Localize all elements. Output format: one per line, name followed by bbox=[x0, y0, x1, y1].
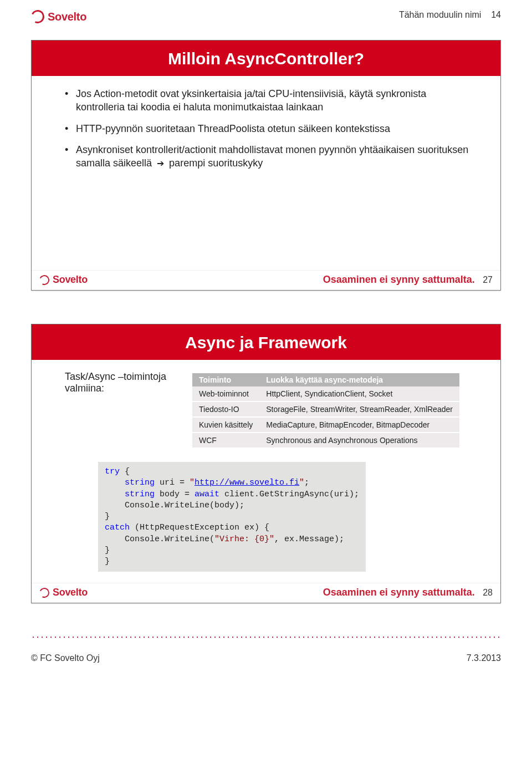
table-header: Toiminto bbox=[192, 373, 259, 387]
brand-name: Sovelto bbox=[53, 587, 88, 598]
table-cell: WCF bbox=[192, 433, 259, 448]
bullet-text-pre: Asynkroniset kontrollerit/actionit mahdo… bbox=[76, 144, 468, 169]
table-cell: MediaCapture, BitmapEncoder, BitmapDecod… bbox=[259, 417, 459, 433]
table-row: WCF Synchronous and Asynchronous Operati… bbox=[192, 433, 459, 448]
module-name-pagenum: Tähän moduulin nimi 14 bbox=[399, 10, 501, 23]
tagline: Osaaminen ei synny sattumalta. bbox=[323, 587, 475, 598]
brand-mark-icon bbox=[38, 273, 50, 286]
slide-1-title-bar: Milloin AsyncController? bbox=[32, 44, 500, 76]
slide-1-bullet: Asynkroniset kontrollerit/actionit mahdo… bbox=[65, 143, 474, 170]
code-kw: try bbox=[105, 467, 120, 476]
slide-1: Milloin AsyncController? Jos Action-meto… bbox=[31, 40, 501, 291]
brand-mark-icon bbox=[38, 586, 50, 599]
table-row: Kuvien käsittely MediaCapture, BitmapEnc… bbox=[192, 417, 459, 433]
module-name: Tähän moduulin nimi bbox=[399, 10, 482, 19]
footer-date: 7.3.2013 bbox=[467, 653, 501, 663]
brand-name: Sovelto bbox=[53, 274, 88, 286]
brand-logo: Sovelto bbox=[39, 587, 88, 598]
slide-1-bullet: Jos Action-metodit ovat yksinkertaisia j… bbox=[65, 87, 474, 114]
table-row: Tiedosto-IO StorageFile, StreamWriter, S… bbox=[192, 401, 459, 417]
code-text: { bbox=[120, 467, 130, 476]
code-kw: string bbox=[105, 478, 155, 487]
footer-separator bbox=[31, 637, 501, 638]
code-str: " bbox=[299, 478, 304, 487]
slide-1-title: Milloin AsyncController? bbox=[168, 49, 364, 68]
brand-name: Sovelto bbox=[48, 11, 86, 23]
code-text: client.GetStringAsync(uri); bbox=[219, 490, 359, 499]
slide-2-bullet: Task/Async –toimintoja valmiina: bbox=[65, 371, 181, 394]
copyright: © FC Sovelto Oyj bbox=[31, 653, 100, 663]
slide-2: Async ja Framework Task/Async –toimintoj… bbox=[31, 324, 501, 603]
table-row: Web-toiminnot HttpClient, SyndicationCli… bbox=[192, 387, 459, 401]
code-text: } bbox=[105, 546, 110, 555]
code-str: " bbox=[190, 478, 195, 487]
tagline: Osaaminen ei synny sattumalta. bbox=[323, 274, 475, 285]
code-text: } bbox=[105, 557, 110, 566]
code-sample: try { string uri = "http://www.sovelto.f… bbox=[98, 462, 366, 572]
brand-logo: Sovelto bbox=[39, 274, 88, 286]
code-text: Console.WriteLine( bbox=[105, 535, 214, 544]
table-header-row: Toiminto Luokka käyttää async-metodeja bbox=[192, 373, 459, 387]
code-text: Console.WriteLine(body); bbox=[105, 501, 244, 510]
async-methods-table: Toiminto Luokka käyttää async-metodeja W… bbox=[192, 373, 459, 449]
code-text: (HttpRequestException ex) { bbox=[130, 523, 269, 532]
table-cell: HttpClient, SyndicationClient, Socket bbox=[259, 387, 459, 401]
code-link[interactable]: http://www.sovelto.fi bbox=[195, 478, 299, 487]
code-kw: string bbox=[105, 490, 155, 499]
slide-2-title: Async ja Framework bbox=[185, 333, 347, 352]
code-text: ; bbox=[304, 478, 309, 487]
table-cell: Synchronous and Asynchronous Operations bbox=[259, 433, 459, 448]
table-header: Luokka käyttää async-metodeja bbox=[259, 373, 459, 387]
slide-1-body: Jos Action-metodit ovat yksinkertaisia j… bbox=[32, 76, 500, 270]
page-header: Sovelto Tähän moduulin nimi 14 bbox=[31, 10, 501, 23]
brand-mark-icon bbox=[29, 8, 47, 26]
code-text: } bbox=[105, 512, 110, 521]
code-text: body = bbox=[155, 490, 195, 499]
code-text: uri = bbox=[155, 478, 190, 487]
table-cell: Kuvien käsittely bbox=[192, 417, 259, 433]
slide-2-title-bar: Async ja Framework bbox=[32, 328, 500, 360]
slide-2-footer: Sovelto Osaaminen ei synny sattumalta. 2… bbox=[32, 583, 500, 603]
code-kw: catch bbox=[105, 523, 130, 532]
slide-1-bullet: HTTP-pyynnön suoritetaan ThreadPoolista … bbox=[65, 122, 474, 135]
slide-1-number: 27 bbox=[483, 275, 493, 284]
slide-2-number: 28 bbox=[483, 588, 493, 597]
table-cell: Web-toiminnot bbox=[192, 387, 259, 401]
page-footer: © FC Sovelto Oyj 7.3.2013 bbox=[31, 653, 501, 663]
page-number-header: 14 bbox=[491, 10, 501, 19]
table-cell: Tiedosto-IO bbox=[192, 401, 259, 417]
arrow-right-icon bbox=[155, 157, 166, 169]
slide-2-body: Task/Async –toimintoja valmiina: Toimint… bbox=[32, 360, 500, 583]
table-cell: StorageFile, StreamWriter, StreamReader,… bbox=[259, 401, 459, 417]
code-kw: await bbox=[195, 490, 219, 499]
brand-logo: Sovelto bbox=[31, 10, 86, 23]
bullet-text-post: parempi suorituskyky bbox=[169, 157, 263, 169]
code-text: , ex.Message); bbox=[274, 535, 344, 544]
slide-1-footer: Sovelto Osaaminen ei synny sattumalta. 2… bbox=[32, 270, 500, 290]
code-str: "Virhe: {0}" bbox=[214, 535, 274, 544]
